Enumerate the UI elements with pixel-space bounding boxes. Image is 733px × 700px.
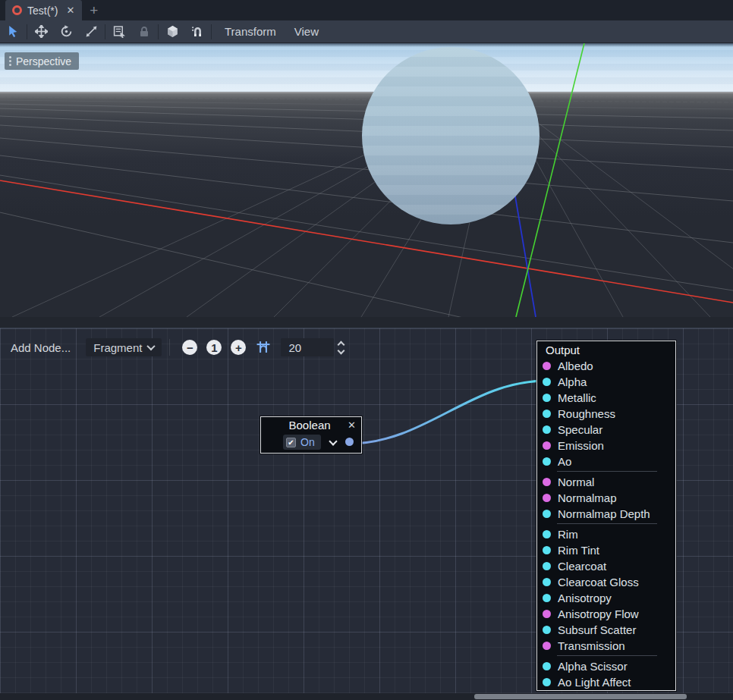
port-dot-scalar[interactable] [543, 457, 551, 466]
zoom-out-button[interactable]: − [182, 340, 197, 355]
output-port-label: Albedo [558, 359, 593, 372]
port-dot-vector[interactable] [543, 478, 551, 486]
port-dot-scalar[interactable] [543, 410, 551, 418]
graph-toolbar: Add Node... Fragment − 1 + [0, 338, 344, 356]
boolean-output-port[interactable] [345, 438, 354, 446]
view-menu[interactable]: View [285, 25, 328, 38]
port-dot-scalar[interactable] [543, 678, 551, 686]
output-port-row: Emission [537, 438, 675, 454]
output-port-label: Emission [558, 439, 604, 452]
boolean-node[interactable]: Boolean ✕ ✔ On [260, 416, 362, 454]
list-select-tool-button[interactable] [109, 23, 129, 41]
move-icon [35, 25, 48, 38]
port-dot-vector[interactable] [543, 441, 551, 450]
output-port-label: Normal [558, 476, 594, 488]
scene-tab-label: Test(*) [27, 5, 58, 17]
port-dot-scalar[interactable] [543, 626, 551, 634]
zoom-reset-button[interactable]: 1 [206, 340, 222, 355]
boolean-value-label: On [300, 436, 315, 448]
list-select-icon [113, 25, 126, 38]
shader-graph-panel[interactable]: Add Node... Fragment − 1 + [0, 328, 733, 700]
port-group-separator [537, 654, 675, 658]
toolbar-separator [158, 24, 159, 39]
add-node-button[interactable]: Add Node... [0, 341, 81, 354]
output-port-label: Subsurf Scatter [558, 623, 636, 636]
tab-close-icon[interactable]: ✕ [66, 5, 74, 16]
boolean-node-titlebar[interactable]: Boolean ✕ [261, 417, 361, 433]
rotate-tool-button[interactable] [56, 23, 76, 41]
port-dot-vector[interactable] [543, 362, 551, 370]
close-node-icon[interactable]: ✕ [348, 419, 356, 431]
output-port-label: Ao [558, 455, 571, 468]
scale-tool-button[interactable] [81, 23, 101, 41]
toolbar-separator [27, 24, 27, 39]
sphere-shading-bands [362, 47, 540, 224]
chevron-down-icon [147, 342, 156, 350]
grid-and-axes [0, 43, 733, 317]
checkbox-checked-icon[interactable]: ✔ [286, 438, 296, 447]
port-dot-scalar[interactable] [543, 594, 551, 602]
snap-grid-button[interactable] [256, 341, 270, 354]
output-port-label: Normalmap [558, 491, 617, 504]
drag-handle-icon [9, 56, 11, 66]
sphere-mesh[interactable] [362, 47, 540, 224]
output-port-label: Specular [558, 423, 602, 436]
panel-splitter[interactable] [0, 317, 733, 328]
port-dot-scalar[interactable] [543, 394, 551, 402]
port-dot-scalar[interactable] [543, 562, 551, 570]
godot-editor-window: Test(*) ✕ + [0, 0, 733, 700]
port-dot-scalar[interactable] [543, 510, 551, 518]
spinbox-arrows-icon[interactable] [338, 342, 344, 353]
output-port-row: Normalmap Depth [537, 506, 675, 522]
output-node[interactable]: Output AlbedoAlphaMetallicRoughnessSpecu… [536, 341, 676, 691]
toolbar-separator [105, 24, 105, 39]
magnet-icon [191, 25, 204, 38]
new-tab-button[interactable]: + [82, 0, 105, 20]
output-port-row: Normal [537, 474, 675, 490]
port-dot-scalar[interactable] [543, 425, 551, 434]
snap-toggle-button[interactable] [187, 23, 207, 41]
graph-hscrollbar-track[interactable] [0, 693, 733, 700]
output-port-label: Anisotropy [558, 592, 612, 604]
port-dot-scalar[interactable] [543, 378, 551, 386]
group-tool-button[interactable] [162, 23, 182, 41]
zoom-in-button[interactable]: + [231, 340, 246, 355]
output-port-list: AlbedoAlphaMetallicRoughnessSpecularEmis… [537, 358, 675, 690]
port-dot-scalar[interactable] [543, 662, 551, 670]
transform-menu[interactable]: Transform [215, 25, 285, 38]
port-dot-vector[interactable] [543, 610, 551, 618]
port-dot-vector[interactable] [543, 494, 551, 502]
output-port-row: Specular [537, 422, 675, 438]
output-port-row: Roughness [537, 406, 675, 422]
port-dot-vector[interactable] [543, 642, 551, 650]
port-dot-scalar[interactable] [543, 578, 551, 586]
output-port-row: Subsurf Scatter [537, 622, 675, 638]
lock-icon [138, 26, 150, 38]
port-dot-scalar[interactable] [543, 530, 551, 538]
output-port-row: Rim [537, 526, 675, 542]
scene-tab[interactable]: Test(*) ✕ [5, 0, 82, 20]
shader-stage-dropdown[interactable]: Fragment [86, 338, 162, 356]
toolbar-separator [211, 24, 212, 39]
select-tool-button[interactable] [3, 23, 23, 41]
output-port-label: Transmission [558, 639, 625, 652]
output-node-title: Output [537, 341, 675, 358]
viewport-3d[interactable]: Perspective [0, 43, 733, 317]
boolean-checkbox-control[interactable]: ✔ On [283, 435, 321, 450]
snap-distance-value[interactable]: 20 [281, 338, 334, 356]
graph-hscrollbar-thumb[interactable] [474, 694, 687, 699]
output-port-row: Transmission [537, 638, 675, 654]
scale-icon [85, 25, 98, 38]
chevron-down-icon[interactable] [329, 437, 337, 445]
output-port-row: Anisotropy Flow [537, 606, 675, 622]
output-port-row: Alpha [537, 374, 675, 390]
port-dot-scalar[interactable] [543, 546, 551, 554]
output-port-row: Rim Tint [537, 542, 675, 558]
lock-tool-button[interactable] [134, 23, 154, 41]
snap-distance-spinbox[interactable]: 20 [281, 338, 344, 356]
perspective-menu-button[interactable]: Perspective [5, 52, 79, 70]
shader-stage-value: Fragment [93, 341, 142, 354]
move-tool-button[interactable] [31, 23, 51, 41]
output-port-row: Anisotropy [537, 590, 675, 606]
output-port-row: Clearcoat Gloss [537, 574, 675, 590]
